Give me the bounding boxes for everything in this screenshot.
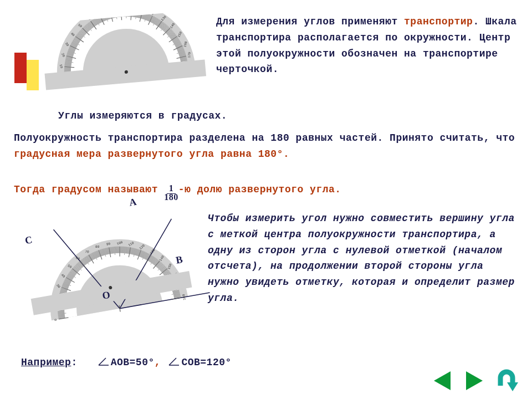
svg-line-105 bbox=[125, 10, 126, 16]
protractor-figure-bottom: 0102030405060708090100110120130140150160… bbox=[24, 199, 219, 347]
angle-icon-1 bbox=[98, 356, 110, 372]
p4-text-b: -ю долю развернутого угла. bbox=[178, 184, 341, 195]
nav-return-button[interactable] bbox=[495, 369, 518, 392]
svg-text:0: 0 bbox=[53, 319, 58, 321]
svg-line-93 bbox=[114, 11, 115, 18]
svg-marker-405 bbox=[434, 371, 451, 390]
svg-marker-406 bbox=[466, 371, 483, 390]
fraction-den: 180 bbox=[164, 192, 178, 202]
example-angle-b: СОВ=120° bbox=[181, 357, 231, 368]
protractor-figure-top: 0102030405060708090100110120130140150160… bbox=[47, 10, 203, 98]
svg-text:80: 80 bbox=[107, 10, 111, 11]
paragraph-degree-def: Тогда градусом называют 1180-ю долю разв… bbox=[14, 182, 518, 202]
svg-line-104 bbox=[124, 10, 125, 16]
svg-marker-407 bbox=[507, 382, 518, 391]
example-line: Например: АОВ=50°, СОВ=120° bbox=[21, 355, 232, 372]
example-label: Например bbox=[21, 357, 71, 368]
svg-line-94 bbox=[114, 11, 115, 18]
svg-line-97 bbox=[117, 11, 119, 17]
svg-text:110: 110 bbox=[140, 10, 147, 12]
decor-yellow-bar bbox=[27, 60, 39, 90]
paragraph-howto: Чтобы измерить угол нужно совместить вер… bbox=[208, 211, 521, 306]
p3-text-red: градусная мера развернутого угла равна 1… bbox=[14, 149, 289, 160]
svg-line-96 bbox=[116, 11, 117, 17]
svg-line-103 bbox=[123, 10, 124, 17]
example-angle-a: АОВ=50° bbox=[111, 357, 155, 368]
svg-text:170: 170 bbox=[187, 52, 192, 58]
fraction-1-180: 1180 bbox=[164, 184, 178, 202]
svg-line-102 bbox=[122, 10, 122, 17]
nav-bar bbox=[431, 369, 518, 392]
svg-line-99 bbox=[120, 10, 120, 17]
svg-line-98 bbox=[119, 11, 119, 17]
decor-red-bar bbox=[14, 53, 27, 83]
svg-text:70: 70 bbox=[96, 11, 101, 16]
angle-icon-2 bbox=[168, 356, 180, 372]
p1-word-transportir: транспортир bbox=[404, 16, 473, 27]
paragraph-intro: Для измерения углов применяют транспорти… bbox=[216, 14, 518, 78]
svg-text:80: 80 bbox=[95, 245, 100, 249]
nav-prev-button[interactable] bbox=[431, 369, 454, 392]
example-comma: , bbox=[155, 357, 161, 368]
svg-line-107 bbox=[127, 10, 128, 16]
p4-text-a: Тогда градусом называют bbox=[14, 184, 164, 195]
p1-text-a: Для измерения углов применяют bbox=[216, 16, 404, 27]
paragraph-180: Полуокружность транспортира разделена на… bbox=[14, 130, 518, 162]
paragraph-degrees: Углы измеряются в градусах. bbox=[58, 108, 227, 124]
nav-next-button[interactable] bbox=[463, 369, 486, 392]
p3-text-a: Полуокружность транспортира разделена на… bbox=[14, 132, 515, 144]
